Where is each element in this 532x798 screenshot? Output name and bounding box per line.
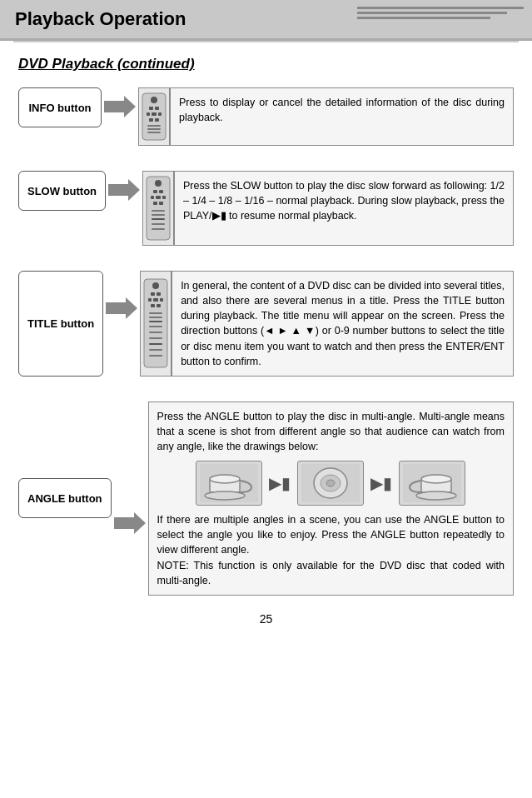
angle-thumb-3 [399, 461, 465, 506]
svg-rect-19 [151, 196, 154, 199]
svg-rect-34 [148, 298, 152, 302]
svg-rect-10 [147, 125, 161, 127]
cup-svg-2 [301, 464, 360, 502]
angle-button-row: ANGLE button Press the ANGLE button to p… [18, 401, 514, 596]
svg-rect-42 [149, 332, 162, 333]
svg-rect-22 [159, 202, 163, 205]
svg-rect-43 [149, 337, 162, 339]
svg-rect-38 [149, 312, 162, 314]
header-line-2 [357, 12, 507, 14]
angle-full-desc: Press the ANGLE button to play the disc … [148, 401, 514, 596]
arrow-right-icon-title [106, 296, 137, 321]
svg-rect-23 [152, 210, 165, 212]
angle-thumb-2 [297, 461, 364, 506]
svg-rect-16 [153, 190, 157, 193]
angle-button-label: ANGLE button [18, 478, 112, 518]
header-line-1 [357, 7, 524, 9]
title-icon-desc: In general, the content of a DVD disc ca… [140, 271, 514, 377]
info-button-row: INFO button [18, 87, 514, 146]
svg-rect-6 [147, 112, 150, 116]
sep3 [18, 390, 514, 401]
svg-rect-27 [152, 228, 165, 230]
svg-rect-26 [152, 223, 165, 225]
angle-thumbnails: ▶▮ ▶▮ [157, 461, 505, 506]
slow-button-row: SLOW button [18, 171, 514, 246]
slow-remote-icon [142, 171, 174, 246]
slow-arrow [106, 171, 142, 202]
svg-rect-5 [152, 112, 157, 116]
slow-description: Press the SLOW button to play the disc s… [174, 171, 514, 246]
svg-rect-9 [155, 118, 159, 122]
svg-rect-46 [149, 355, 162, 357]
svg-rect-3 [149, 107, 153, 110]
svg-rect-36 [151, 304, 155, 307]
title-arrow [103, 271, 140, 321]
section-title: DVD Playback (continued) [18, 56, 514, 72]
svg-marker-28 [106, 297, 137, 319]
svg-rect-37 [157, 304, 161, 307]
svg-rect-39 [149, 317, 162, 318]
slow-remote-svg [145, 175, 172, 242]
info-button-label: INFO button [18, 87, 102, 127]
svg-point-61 [416, 491, 456, 500]
svg-rect-18 [156, 196, 161, 199]
info-arrow [102, 87, 138, 119]
svg-rect-29 [144, 279, 167, 367]
svg-rect-40 [149, 321, 162, 322]
svg-marker-47 [114, 512, 146, 534]
svg-rect-24 [152, 214, 165, 216]
page-header: Playback Operation [0, 0, 532, 41]
svg-rect-44 [149, 343, 162, 345]
angle-arrow [112, 401, 148, 596]
svg-point-15 [155, 180, 162, 187]
svg-rect-8 [149, 118, 153, 122]
angle-thumb-1 [196, 461, 262, 506]
header-line-3 [357, 17, 490, 19]
angle-between-arrow-1: ▶▮ [269, 471, 291, 496]
title-description: In general, the content of a DVD disc ca… [172, 271, 514, 377]
svg-rect-21 [153, 202, 157, 205]
arrow-right-icon-angle [114, 511, 146, 536]
title-remote-icon [140, 271, 172, 377]
svg-rect-25 [152, 218, 165, 220]
svg-rect-7 [158, 112, 162, 116]
title-button-row: TITLE button [18, 271, 514, 377]
svg-point-2 [151, 97, 157, 103]
svg-marker-0 [104, 96, 136, 117]
page-title: Playback Operation [15, 8, 186, 29]
svg-rect-20 [162, 196, 166, 199]
main-content: DVD Playback (continued) INFO button [0, 42, 532, 652]
title-button-label: TITLE button [18, 271, 103, 377]
svg-rect-11 [147, 128, 161, 130]
page-number: 25 [18, 612, 514, 639]
svg-point-52 [205, 491, 245, 500]
svg-rect-12 [147, 132, 161, 133]
svg-point-51 [210, 475, 240, 483]
arrow-right-icon-slow [108, 177, 140, 202]
sep2 [18, 259, 514, 271]
angle-between-arrow-2: ▶▮ [370, 471, 392, 496]
angle-desc-bottom: If there are multiple angles in a scene,… [157, 512, 505, 588]
angle-desc-top: Press the ANGLE button to play the disc … [157, 409, 505, 454]
svg-rect-35 [160, 298, 163, 302]
slow-icon-desc: Press the SLOW button to play the disc s… [142, 171, 514, 246]
svg-rect-31 [151, 292, 155, 296]
remote-svg [141, 92, 167, 142]
svg-rect-17 [159, 190, 163, 193]
svg-rect-45 [149, 349, 162, 351]
info-remote-icon [138, 87, 170, 146]
slow-button-label: SLOW button [18, 171, 106, 211]
sep1 [18, 159, 514, 171]
cup-svg-1 [200, 464, 258, 502]
svg-rect-4 [155, 107, 159, 110]
cup-svg-3 [403, 464, 461, 502]
title-remote-svg [142, 277, 169, 369]
svg-rect-32 [157, 292, 161, 296]
svg-rect-33 [153, 298, 158, 302]
svg-point-30 [152, 282, 159, 289]
header-decoration [357, 7, 524, 19]
info-description: Press to display or cancel the detailed … [170, 87, 514, 146]
svg-rect-41 [149, 326, 162, 327]
svg-point-60 [421, 475, 451, 483]
svg-point-56 [326, 480, 335, 486]
